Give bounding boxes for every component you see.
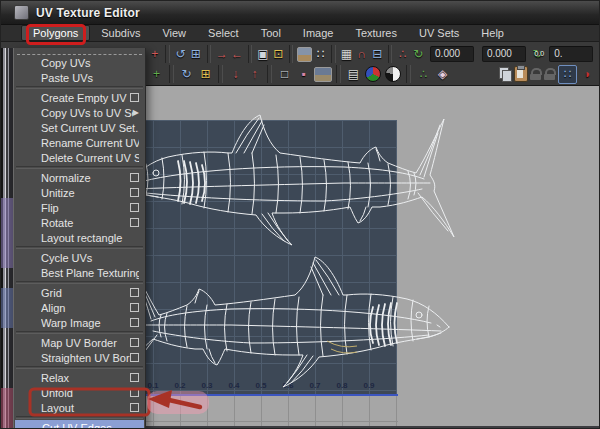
alpha-channel-icon[interactable] bbox=[385, 66, 401, 82]
option-box-icon[interactable] bbox=[130, 218, 139, 227]
pixel-snap-icon[interactable]: ⊞ bbox=[197, 66, 214, 83]
image-display-icon[interactable] bbox=[297, 47, 312, 62]
menu-item-normalize[interactable]: Normalize bbox=[14, 170, 145, 185]
menu-item-label: Align bbox=[41, 302, 130, 314]
option-box-icon[interactable] bbox=[130, 173, 139, 182]
option-box-icon[interactable] bbox=[130, 338, 139, 347]
menu-item-label: Straighten UV Border bbox=[41, 352, 130, 364]
move-u-left-icon[interactable]: ← bbox=[230, 46, 243, 63]
axis-cross-icon[interactable]: + bbox=[148, 66, 165, 83]
clipped-field[interactable]: 0. bbox=[549, 46, 593, 62]
copy-uvs-icon[interactable] bbox=[498, 67, 512, 81]
menu-item-cut-uv-edges[interactable]: Cut UV Edges bbox=[15, 420, 144, 429]
menu-item-label: Cut UV Edges bbox=[42, 422, 138, 429]
v-coordinate-field[interactable]: 0.000 bbox=[482, 46, 526, 62]
image-ratio-icon[interactable] bbox=[314, 67, 332, 82]
lock-icon[interactable] bbox=[544, 67, 556, 81]
menu-item-layout-rectangle[interactable]: Layout rectangle bbox=[14, 230, 145, 245]
clipped-red-icon[interactable]: ◗ bbox=[579, 66, 596, 83]
option-box-icon[interactable] bbox=[130, 373, 139, 382]
option-box-icon[interactable] bbox=[130, 203, 139, 212]
toolbar-separator bbox=[207, 45, 211, 63]
menu-separator bbox=[16, 416, 143, 419]
menu-item-layout[interactable]: Layout bbox=[14, 400, 145, 415]
menu-item-cycle-uvs[interactable]: Cycle UVs bbox=[14, 250, 145, 265]
option-box-icon[interactable] bbox=[130, 93, 139, 102]
refresh-uv-icon[interactable]: ↻ bbox=[412, 46, 425, 63]
grid-toggle-icon[interactable]: ▤ bbox=[345, 66, 362, 83]
menu-item-align[interactable]: Align bbox=[14, 300, 145, 315]
layered-uv-icon[interactable]: ⊟ bbox=[370, 46, 383, 63]
move-u-right-icon[interactable]: → bbox=[215, 46, 228, 63]
menubar-item-view[interactable]: View bbox=[151, 26, 197, 40]
menubar-item-image[interactable]: Image bbox=[292, 26, 345, 40]
menu-item-label: Copy UVs bbox=[41, 57, 139, 69]
rotate-angle-icon[interactable]: ↻0.0 bbox=[531, 46, 544, 63]
menubar-item-help[interactable]: Help bbox=[470, 26, 515, 40]
corner-select-icon[interactable]: ∷ bbox=[558, 65, 577, 84]
option-box-icon[interactable] bbox=[130, 318, 139, 327]
menu-item-best-plane-texturing-tool[interactable]: Best Plane Texturing Tool bbox=[14, 265, 145, 280]
checker-tile-icon[interactable]: ◈ bbox=[434, 66, 451, 83]
rotate-uv-cw-icon[interactable]: ↻ bbox=[178, 66, 195, 83]
menu-item-paste-uvs[interactable]: Paste UVs bbox=[14, 70, 145, 85]
move-v-down-icon[interactable]: ↓ bbox=[227, 66, 244, 83]
marquee-uv-icon[interactable]: ▣ bbox=[256, 46, 269, 63]
title-bar[interactable]: UV Texture Editor bbox=[1, 1, 599, 25]
menu-item-straighten-uv-border[interactable]: Straighten UV Border bbox=[14, 350, 145, 365]
flip-uv-axis-icon[interactable]: + bbox=[148, 46, 161, 63]
menubar-item-select[interactable]: Select bbox=[197, 26, 250, 40]
background-blob bbox=[1, 388, 13, 429]
option-box-icon[interactable] bbox=[130, 303, 139, 312]
snap-grid-icon[interactable]: ⊞ bbox=[189, 46, 202, 63]
uv-points-icon[interactable]: ∴ bbox=[396, 46, 409, 63]
menu-item-copy-uvs-to-uv-set[interactable]: Copy UVs to UV Set▶ bbox=[14, 105, 145, 120]
menu-item-label: Unitize bbox=[41, 187, 130, 199]
corner-snap-icon[interactable]: ⊡ bbox=[272, 46, 285, 63]
menu-item-grid[interactable]: Grid bbox=[14, 285, 145, 300]
toolbar-separator bbox=[406, 65, 411, 83]
shark-wireframe-top bbox=[126, 115, 454, 245]
maya-panel-icon bbox=[14, 5, 29, 20]
menu-item-unitize[interactable]: Unitize bbox=[14, 185, 145, 200]
u-coordinate-field[interactable]: 0.000 bbox=[430, 46, 474, 62]
toolbar-separator bbox=[388, 45, 392, 63]
menu-item-delete-current-uv-set[interactable]: Delete Current UV Set bbox=[14, 150, 145, 165]
menubar-item-uv-sets[interactable]: UV Sets bbox=[408, 26, 470, 40]
menu-item-copy-uvs[interactable]: Copy UVs bbox=[14, 55, 145, 70]
menu-item-map-uv-border[interactable]: Map UV Border bbox=[14, 335, 145, 350]
rgb-channels-icon[interactable] bbox=[365, 66, 381, 82]
menubar-item-polygons[interactable]: Polygons bbox=[21, 25, 90, 41]
move-v-up-icon[interactable]: ↑ bbox=[246, 66, 263, 83]
option-box-icon[interactable] bbox=[130, 188, 139, 197]
shader-square-icon[interactable]: ▪ bbox=[295, 66, 312, 83]
sew-points-icon[interactable]: ∴ bbox=[415, 66, 432, 83]
menu-bar: PolygonsSubdivsViewSelectToolImageTextur… bbox=[1, 25, 599, 42]
menubar-item-textures[interactable]: Textures bbox=[344, 26, 408, 40]
menu-item-rotate[interactable]: Rotate bbox=[14, 215, 145, 230]
menu-item-rename-current-uv-set[interactable]: Rename Current UV Set... bbox=[14, 135, 145, 150]
dashed-select-icon[interactable]: □ bbox=[276, 66, 293, 83]
toolbar-row-1: +↺⊞→←▣⊡∷▦∩⊟∴↻0.0000.000↻0.00. bbox=[147, 44, 597, 64]
lock-icon[interactable] bbox=[530, 67, 542, 81]
grid-display-icon[interactable]: ▦ bbox=[340, 46, 353, 63]
rotate-uv-ccw-icon[interactable]: ↺ bbox=[174, 46, 187, 63]
menu-separator bbox=[16, 331, 143, 334]
menubar-item-tool[interactable]: Tool bbox=[250, 26, 292, 40]
menu-item-relax[interactable]: Relax bbox=[14, 370, 145, 385]
magnet-snap-icon[interactable]: ∩ bbox=[355, 46, 368, 63]
menubar-item-subdivs[interactable]: Subdivs bbox=[90, 26, 151, 40]
paste-uvs-icon[interactable] bbox=[514, 66, 528, 82]
toolbar-separator bbox=[165, 45, 169, 63]
menu-item-flip[interactable]: Flip bbox=[14, 200, 145, 215]
menu-item-create-empty-uv-set[interactable]: Create Empty UV Set bbox=[14, 90, 145, 105]
menu-item-set-current-uv-set[interactable]: Set Current UV Set... bbox=[14, 120, 145, 135]
menu-item-unfold[interactable]: Unfold bbox=[14, 385, 145, 400]
option-box-icon[interactable] bbox=[130, 388, 139, 397]
option-box-icon[interactable] bbox=[130, 353, 139, 362]
menu-item-label: Normalize bbox=[41, 172, 130, 184]
menu-item-warp-image[interactable]: Warp Image bbox=[14, 315, 145, 330]
option-box-icon[interactable] bbox=[130, 288, 139, 297]
option-box-icon[interactable] bbox=[130, 403, 139, 412]
checker-dots-icon[interactable]: ∷ bbox=[314, 46, 327, 63]
